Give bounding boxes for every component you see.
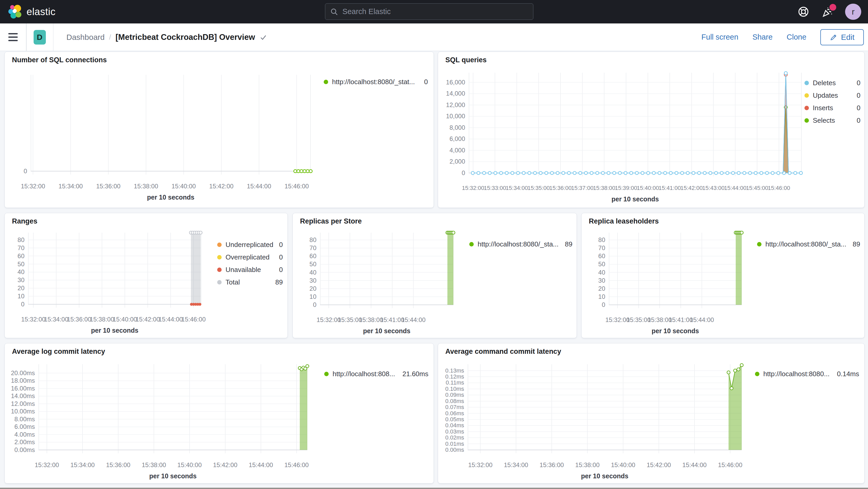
- y-tick-label: 14.00ms: [5, 392, 35, 400]
- y-tick-label: 10,000: [438, 113, 465, 120]
- x-axis-title: per 10 seconds: [38, 472, 307, 480]
- y-tick-label: 12.00ms: [5, 400, 35, 407]
- legend-swatch: [755, 372, 760, 376]
- y-tick-label: 50: [293, 261, 316, 268]
- news-button[interactable]: [821, 5, 834, 18]
- legend-label: Unavailable: [225, 266, 261, 274]
- search-input[interactable]: [342, 7, 528, 16]
- legend-item[interactable]: http://localhost:808...21.60ms: [324, 370, 428, 378]
- y-tick-label: 0.00ms: [5, 446, 35, 454]
- elastic-logo-icon: [8, 4, 23, 19]
- legend-label: http://localhost:8080...: [763, 370, 830, 378]
- page-title: [Metricbeat CockroachDB] Overview: [116, 33, 255, 42]
- breadcrumb-separator: /: [109, 33, 111, 41]
- y-tick-label: 60: [5, 252, 25, 260]
- chart-legend: http://localhost:8080...0.14ms: [755, 370, 859, 378]
- legend-item[interactable]: Overreplicated0: [217, 253, 283, 261]
- y-tick-label: 10: [5, 293, 25, 300]
- menu-button[interactable]: [8, 33, 19, 41]
- y-tick-label: 30: [5, 276, 25, 284]
- edit-button[interactable]: Edit: [820, 29, 864, 45]
- x-tick-label: 15:46:00: [755, 184, 802, 192]
- legend-item[interactable]: Underreplicated0: [217, 241, 283, 249]
- x-tick-label: 15:44:00: [678, 316, 725, 324]
- legend-value: 0.14ms: [834, 370, 859, 378]
- legend-value: 89: [562, 240, 572, 248]
- y-tick-label: 80: [293, 236, 316, 244]
- y-tick-label: 12,000: [438, 101, 465, 109]
- chart-ranges: 0102030405060708015:32:0015:34:0015:36:0…: [5, 213, 287, 338]
- space-switcher[interactable]: D: [34, 30, 46, 44]
- x-tick-label: 15:46:00: [707, 461, 754, 469]
- legend-swatch: [804, 106, 809, 110]
- x-axis-title: per 10 seconds: [469, 195, 802, 203]
- share-button[interactable]: Share: [752, 33, 772, 41]
- x-tick-label: 15:46:00: [273, 183, 320, 190]
- y-tick-label: 30: [293, 277, 316, 284]
- legend-swatch: [217, 243, 222, 247]
- legend-item[interactable]: http://localhost:8080/_stat...0: [324, 78, 428, 86]
- legend-item[interactable]: Selects0: [804, 117, 861, 125]
- panel-sql-queries: SQL queries 02,0004,0006,0008,00010,0001…: [438, 52, 865, 208]
- y-tick-label: 4.00ms: [5, 431, 35, 438]
- x-axis-title: per 10 seconds: [609, 327, 742, 335]
- legend-swatch: [804, 93, 809, 98]
- clone-button[interactable]: Clone: [787, 33, 807, 41]
- legend-swatch: [804, 118, 809, 123]
- search-icon: [330, 7, 338, 16]
- full-screen-button[interactable]: Full screen: [701, 33, 738, 41]
- chart-legend: http://localhost:8080/_sta...89: [469, 240, 572, 248]
- legend-value: 0: [277, 253, 283, 261]
- y-tick-label: 18.00ms: [5, 377, 35, 384]
- legend-swatch: [217, 268, 222, 272]
- y-tick-label: 40: [293, 269, 316, 276]
- panel-replicas-per-store: Replicas per Store 0102030405060708015:3…: [292, 213, 577, 338]
- legend-swatch: [804, 81, 809, 85]
- legend-label: Underreplicated: [225, 241, 274, 249]
- panel-average-command-commit-latency: Average command commit latency 0.00ms0.0…: [438, 343, 865, 484]
- pencil-icon: [830, 33, 838, 41]
- breadcrumb-dashboard[interactable]: Dashboard: [66, 33, 105, 42]
- legend-item[interactable]: Total89: [217, 278, 283, 286]
- legend-item[interactable]: http://localhost:8080/_sta...89: [757, 240, 860, 248]
- top-navbar: D Dashboard / [Metricbeat CockroachDB] O…: [0, 24, 868, 51]
- user-avatar[interactable]: r: [845, 4, 861, 20]
- legend-item[interactable]: Inserts0: [804, 104, 861, 112]
- app-header: elastic: [0, 0, 868, 24]
- legend-value: 0: [422, 78, 428, 86]
- legend-label: Inserts: [813, 104, 833, 112]
- global-search[interactable]: [325, 3, 533, 20]
- y-tick-label: 10: [293, 293, 316, 300]
- y-tick-label: 6.00ms: [5, 423, 35, 430]
- life-ring-icon: [798, 6, 809, 18]
- legend-label: http://localhost:8080/_sta...: [765, 240, 846, 248]
- help-button[interactable]: [797, 5, 810, 18]
- divider: [26, 24, 27, 51]
- chart-legend: http://localhost:8080/_sta...89: [757, 240, 860, 248]
- legend-item[interactable]: http://localhost:8080...0.14ms: [755, 370, 859, 378]
- chart-legend: Deletes0Updates0Inserts0Selects0: [804, 79, 861, 125]
- chart-number-of-sql-connections: 015:32:0015:34:0015:36:0015:38:0015:40:0…: [5, 52, 434, 208]
- x-tick-label: 15:46:00: [273, 461, 320, 469]
- brand-name: elastic: [27, 6, 56, 18]
- legend-item[interactable]: Deletes0: [804, 79, 861, 87]
- legend-swatch: [469, 242, 474, 246]
- y-tick-label: 80: [5, 236, 25, 244]
- legend-value: 89: [273, 278, 283, 286]
- chart-legend: http://localhost:8080/_stat...0: [324, 78, 428, 86]
- y-tick-label: 50: [5, 261, 25, 268]
- legend-label: Total: [225, 278, 240, 286]
- y-tick-label: 70: [293, 244, 316, 252]
- elastic-logo[interactable]: elastic: [8, 4, 56, 19]
- legend-label: Updates: [813, 91, 838, 99]
- y-tick-label: 0.13ms: [438, 367, 464, 374]
- legend-item[interactable]: Updates0: [804, 91, 861, 99]
- panel-number-of-sql-connections: Number of SQL connections 015:32:0015:34…: [4, 52, 434, 208]
- legend-item[interactable]: Unavailable0: [217, 266, 283, 274]
- y-tick-label: 0: [438, 169, 465, 177]
- y-tick-label: 0: [582, 301, 605, 308]
- x-tick-label: 15:46:00: [170, 316, 217, 323]
- x-tick-label: 15:44:00: [390, 316, 437, 324]
- legend-item[interactable]: http://localhost:8080/_sta...89: [469, 240, 572, 248]
- y-tick-label: 60: [293, 252, 316, 260]
